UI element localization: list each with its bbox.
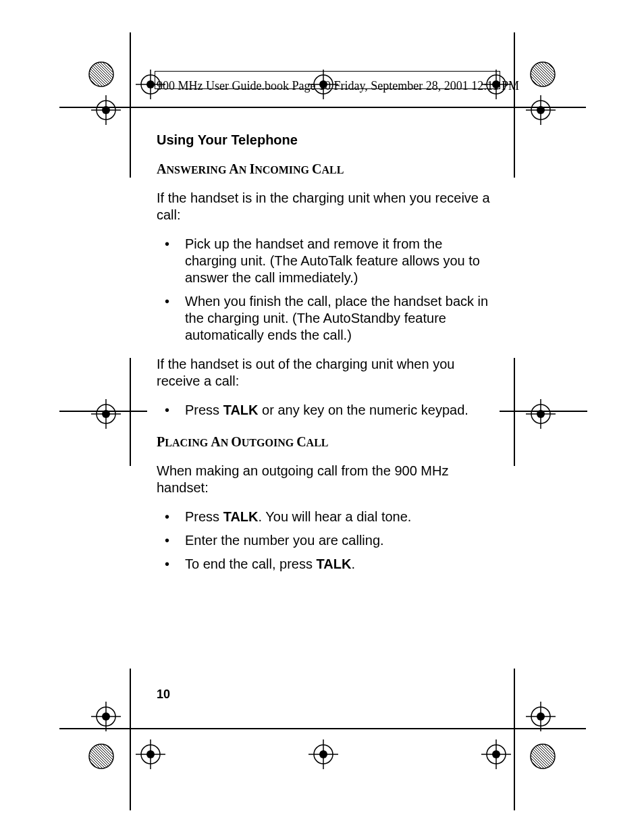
crosshair-icon (524, 93, 558, 127)
crop-line (59, 107, 586, 108)
crosshair-icon (89, 93, 123, 127)
paragraph: If the handset is out of the charging un… (157, 356, 494, 390)
registration-mark-icon (88, 743, 115, 770)
list-item: Pick up the handset and remove it from t… (157, 236, 494, 286)
heading-placing: PLACING AN OUTGOING CALL (157, 434, 494, 450)
crosshair-icon (89, 397, 123, 431)
registration-mark-icon (529, 743, 556, 770)
crop-line (514, 669, 515, 810)
section-title: Using Your Telephone (157, 132, 494, 149)
page-number: 10 (157, 687, 170, 702)
registration-mark-icon (88, 61, 115, 88)
svg-point-3 (531, 62, 555, 86)
crosshair-icon (89, 700, 123, 733)
bullet-list: Press TALK or any key on the numeric key… (157, 402, 494, 419)
crosshair-icon (479, 737, 513, 771)
crop-line (130, 669, 131, 810)
list-item: Press TALK. You will hear a dial tone. (157, 509, 494, 525)
content-area: Using Your Telephone ANSWERING AN INCOMI… (157, 132, 494, 579)
svg-point-7 (531, 744, 555, 768)
crosshair-icon (134, 737, 167, 771)
list-item: Press TALK or any key on the numeric key… (157, 402, 494, 419)
crop-line (514, 32, 515, 178)
list-item: Enter the number you are calling. (157, 532, 494, 549)
bullet-list: Pick up the handset and remove it from t… (157, 236, 494, 344)
crosshair-icon (524, 397, 558, 431)
crop-line (130, 32, 131, 178)
crosshair-icon (134, 68, 167, 101)
bullet-list: Press TALK. You will hear a dial tone. E… (157, 509, 494, 573)
svg-point-5 (89, 744, 113, 768)
crosshair-icon (479, 68, 513, 101)
crosshair-icon (306, 737, 340, 771)
svg-point-1 (89, 62, 113, 86)
crosshair-icon (524, 700, 558, 733)
registration-mark-icon (529, 61, 556, 88)
page: 900 MHz User Guide.book Page 10 Friday, … (0, 0, 644, 834)
crop-line (130, 358, 131, 466)
crosshair-icon (306, 68, 340, 101)
crop-line (59, 728, 586, 729)
list-item: When you finish the call, place the hand… (157, 293, 494, 344)
crop-line (514, 358, 515, 466)
paragraph: When making an outgoing call from the 90… (157, 463, 494, 496)
heading-answering: ANSWERING AN INCOMING CALL (157, 161, 494, 178)
list-item: To end the call, press TALK. (157, 556, 494, 573)
paragraph: If the handset is in the charging unit w… (157, 190, 494, 224)
